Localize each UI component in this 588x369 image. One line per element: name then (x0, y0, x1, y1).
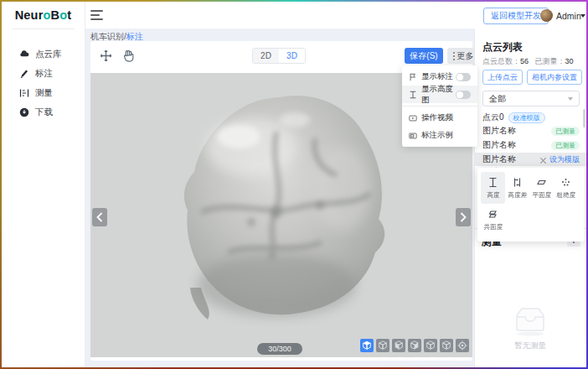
view-back-button[interactable] (440, 339, 453, 352)
menu-collapse-icon[interactable] (90, 10, 103, 20)
username[interactable]: Admin (556, 11, 581, 21)
panel-stats: 点云总数：56 已测量：30 (482, 56, 574, 67)
header-bar: 返回模型开发 Admin (2, 2, 586, 29)
mode-2d-button[interactable]: 2D (253, 49, 279, 63)
image-list-item[interactable]: 图片名称 已测量 (475, 138, 586, 152)
crosshair-icon (457, 340, 467, 351)
app-window: 返回模型开发 Admin NeuroBot 点云库 标注 测量 下载 (2, 2, 586, 367)
measured-badge: 已测量 (551, 127, 580, 136)
view-top-button[interactable] (392, 339, 405, 352)
avatar[interactable] (540, 9, 553, 22)
flatness-icon (536, 177, 547, 188)
measure-tools-popup: 高度 高度差 平面度 粗糙度 共面度 (477, 168, 585, 242)
menu-item-annotation-example[interactable]: 标注示例 (402, 127, 477, 144)
video-icon (409, 114, 417, 122)
sidebar-item-label: 下载 (35, 107, 53, 118)
remove-icon[interactable] (540, 157, 546, 163)
sidebar-item-measure[interactable]: 测量 (2, 83, 85, 102)
dimension-toggle: 2D 3D (252, 48, 306, 64)
pen-icon (19, 69, 29, 79)
image-list-item-selected[interactable]: 图片名称 设为模版 (475, 153, 586, 166)
tool-height-diff[interactable]: 高度差 (505, 172, 529, 204)
sidebar: NeuroBot 点云库 标注 测量 下载 (2, 2, 85, 367)
image-list-item[interactable]: 图片名称 已测量 (475, 124, 586, 138)
cube-icon (441, 340, 451, 351)
cube-icon (378, 340, 388, 351)
chevron-left-icon (96, 212, 103, 222)
measure-empty-state: 暂无测量 (474, 304, 586, 351)
download-icon (19, 107, 29, 117)
sidebar-item-label: 标注 (35, 68, 53, 80)
pagination-indicator: 30/300 (257, 343, 302, 355)
cube-icon (394, 340, 404, 351)
sidebar-item-label: 测量 (35, 87, 53, 99)
measured-count: 30 (565, 57, 574, 65)
pan-tool-button[interactable] (99, 49, 113, 63)
more-dropdown-menu: 显示标注 显示高度图 操作视频 标注示例 (402, 65, 477, 147)
view-left-button[interactable] (408, 339, 421, 352)
view-iso-button[interactable] (360, 339, 374, 352)
show-annotation-toggle[interactable] (456, 73, 471, 81)
sidebar-item-pointcloud-library[interactable]: 点云库 (2, 44, 85, 64)
tool-flatness[interactable]: 平面度 (529, 172, 554, 204)
divider (402, 106, 477, 107)
cloud-icon (19, 49, 29, 60)
caret-down-icon (580, 14, 585, 18)
prev-image-button[interactable] (92, 208, 107, 226)
upload-pointcloud-button[interactable]: 上传点云 (482, 70, 523, 85)
empty-text: 暂无测量 (474, 340, 586, 351)
template-badge: 校准模版 (508, 112, 545, 123)
view-reset-button[interactable] (456, 339, 469, 352)
menu-item-show-heightmap[interactable]: 显示高度图 (402, 86, 477, 103)
roughness-icon (560, 177, 571, 188)
measured-badge: 已测量 (551, 141, 580, 150)
show-heightmap-toggle[interactable] (456, 91, 471, 99)
hand-icon (121, 49, 136, 63)
sidebar-item-download[interactable]: 下载 (2, 102, 85, 122)
view-toolbar (360, 339, 469, 352)
breadcrumb-parent[interactable]: 机车识别 (90, 32, 124, 41)
flag-icon (409, 73, 417, 81)
next-image-button[interactable] (456, 208, 471, 226)
filter-select[interactable]: 全部 (482, 91, 580, 107)
panel-title: 点云列表 (482, 40, 523, 55)
menu-item-operation-video[interactable]: 操作视频 (402, 109, 477, 127)
chevron-right-icon (460, 212, 467, 222)
cube-icon (362, 340, 372, 351)
list-scrollbar[interactable] (583, 109, 585, 127)
height-icon (409, 91, 417, 99)
cube-icon (410, 340, 420, 351)
save-button[interactable]: 保存(S) (405, 48, 443, 64)
empty-inbox-icon (508, 304, 552, 337)
example-icon (409, 132, 417, 140)
gradient-frame: 返回模型开发 Admin NeuroBot 点云库 标注 测量 下载 (0, 0, 588, 369)
total-count: 56 (520, 57, 529, 65)
view-right-button[interactable] (424, 339, 437, 352)
height-diff-icon (512, 177, 523, 188)
app-logo: NeuroBot (2, 2, 85, 29)
divider (12, 29, 75, 29)
sidebar-item-label: 点云库 (35, 49, 62, 60)
tooth-3d-model (151, 88, 412, 326)
sidebar-item-annotate[interactable]: 标注 (2, 64, 85, 83)
chevron-down-icon (568, 97, 573, 101)
set-as-template-link[interactable]: 设为模版 (549, 154, 580, 165)
dots-vertical-icon (453, 52, 455, 60)
back-to-model-dev-button[interactable]: 返回模型开发 (483, 8, 549, 24)
ruler-icon (19, 88, 29, 98)
mode-3d-button[interactable]: 3D (279, 49, 305, 63)
cube-icon (426, 340, 436, 351)
height-icon (487, 177, 498, 188)
move-icon (99, 49, 113, 63)
view-front-button[interactable] (376, 339, 389, 352)
pointcloud-group[interactable]: 点云0 校准模版 (482, 112, 545, 123)
tool-coplanarity[interactable]: 共面度 (481, 204, 505, 236)
hand-tool-button[interactable] (121, 49, 136, 63)
coplanarity-icon (487, 209, 498, 220)
camera-intrinsics-button[interactable]: 相机内参设置 (527, 70, 582, 85)
breadcrumb-current: 标注 (126, 32, 143, 41)
tool-height[interactable]: 高度 (481, 172, 505, 204)
tool-roughness[interactable]: 粗糙度 (554, 172, 578, 204)
